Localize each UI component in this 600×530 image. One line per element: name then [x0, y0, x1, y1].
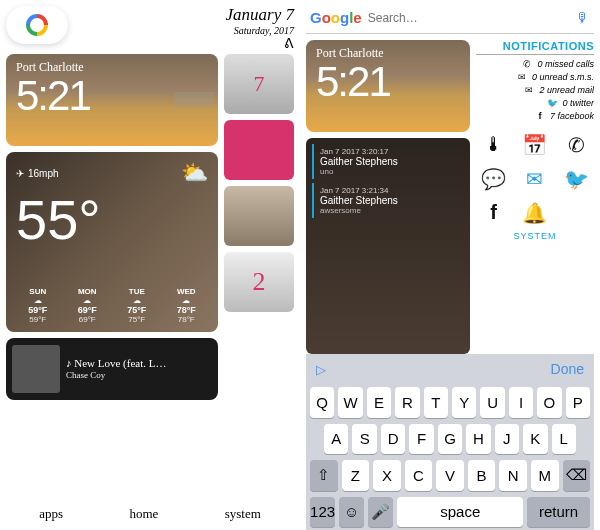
suggestion-next-icon[interactable]: ▷: [316, 362, 326, 377]
key-shift[interactable]: ⇧: [310, 460, 338, 491]
twitter-icon[interactable]: 🐦: [559, 167, 594, 191]
key-v[interactable]: V: [436, 460, 464, 491]
voice-search-icon[interactable]: 🎙: [576, 10, 590, 26]
mail-icon[interactable]: ✉: [517, 167, 552, 191]
key-x[interactable]: X: [373, 460, 401, 491]
key-c[interactable]: C: [405, 460, 433, 491]
google-launcher[interactable]: [6, 6, 68, 44]
system-label[interactable]: SYSTEM: [476, 231, 594, 241]
notif-mail[interactable]: ✉2 unread mail: [523, 85, 594, 95]
key-numbers[interactable]: 123: [310, 497, 335, 528]
home-screen-left: January 7 Saturday, 2017 ᕕ Port Charlott…: [0, 0, 300, 530]
key-emoji[interactable]: ☺: [339, 497, 364, 528]
thermometer-icon[interactable]: 🌡: [476, 133, 511, 157]
bottom-nav: apps home system: [6, 502, 294, 524]
mail-icon: ✉: [523, 85, 535, 95]
key-f[interactable]: F: [409, 424, 433, 455]
key-p[interactable]: P: [566, 387, 590, 418]
date-sub: Saturday, 2017: [226, 25, 294, 36]
message-item[interactable]: Jan 7 2017 3:21:34 Gaither Stephens awse…: [312, 183, 464, 218]
music-note-icon: ♪: [66, 357, 72, 369]
key-n[interactable]: N: [499, 460, 527, 491]
notif-facebook[interactable]: f7 facebook: [534, 111, 594, 121]
skyline-icon: [174, 92, 214, 142]
left-body: Port Charlotte 5:21 ✈ 16mph ⛅ 55° SUN☁59…: [6, 54, 294, 502]
sun-cloud-icon: ⛅: [181, 160, 208, 186]
date-main: January 7: [226, 6, 294, 25]
key-i[interactable]: I: [509, 387, 533, 418]
wind-speed: 16mph: [28, 168, 59, 179]
notif-twitter[interactable]: 🐦0 twitter: [546, 98, 594, 108]
messages-card[interactable]: Jan 7 2017 3:20:17 Gaither Stephens uno …: [306, 138, 470, 354]
google-icon: [26, 14, 48, 36]
chat-icon[interactable]: 💬: [476, 167, 511, 191]
forecast-day: TUE☁75°F75°F: [115, 287, 159, 324]
key-t[interactable]: T: [424, 387, 448, 418]
music-artist: Chase Coy: [66, 370, 167, 382]
key-backspace[interactable]: ⌫: [563, 460, 591, 491]
key-h[interactable]: H: [466, 424, 490, 455]
key-b[interactable]: B: [468, 460, 496, 491]
key-a[interactable]: A: [324, 424, 348, 455]
key-l[interactable]: L: [552, 424, 576, 455]
key-m[interactable]: M: [531, 460, 559, 491]
key-space[interactable]: space: [397, 497, 523, 528]
key-d[interactable]: D: [381, 424, 405, 455]
clock-city-card[interactable]: Port Charlotte 5:21: [6, 54, 218, 146]
key-mic[interactable]: 🎤: [368, 497, 393, 528]
search-bar[interactable]: Google 🎙: [306, 6, 594, 34]
shortcut-tile[interactable]: 2: [224, 252, 294, 312]
shortcut-tile[interactable]: [224, 186, 294, 246]
shortcut-tile[interactable]: 7: [224, 54, 294, 114]
keyboard-row: ASDFGHJKL: [306, 421, 594, 458]
weather-card[interactable]: ✈ 16mph ⛅ 55° SUN☁59°F59°F MON☁69°F69°F …: [6, 152, 218, 332]
keyboard-done-button[interactable]: Done: [551, 361, 584, 377]
key-w[interactable]: W: [338, 387, 362, 418]
nav-system[interactable]: system: [225, 506, 261, 522]
left-main-col: Port Charlotte 5:21 ✈ 16mph ⛅ 55° SUN☁59…: [6, 54, 218, 502]
shortcut-column: 7 2: [224, 54, 294, 502]
forecast-day: MON☁69°F69°F: [66, 287, 110, 324]
header: January 7 Saturday, 2017 ᕕ: [6, 6, 294, 50]
phone-icon: ✆: [521, 59, 533, 69]
big-time: 5:21: [316, 61, 460, 103]
key-q[interactable]: Q: [310, 387, 334, 418]
key-r[interactable]: R: [395, 387, 419, 418]
calendar-icon[interactable]: 📅: [517, 133, 552, 157]
key-o[interactable]: O: [537, 387, 561, 418]
notification-panel: NOTIFICATIONS ✆0 missed calls ✉0 unread …: [476, 40, 594, 354]
search-input[interactable]: [368, 11, 570, 25]
nav-home[interactable]: home: [129, 506, 158, 522]
clock-city-card[interactable]: Port Charlotte 5:21: [306, 40, 470, 132]
key-s[interactable]: S: [352, 424, 376, 455]
current-temp: 55°: [16, 192, 208, 248]
forecast-row: SUN☁59°F59°F MON☁69°F69°F TUE☁75°F75°F W…: [16, 287, 208, 324]
phone-icon[interactable]: ✆: [559, 133, 594, 157]
date-widget[interactable]: January 7 Saturday, 2017 ᕕ: [226, 6, 294, 51]
key-k[interactable]: K: [523, 424, 547, 455]
key-z[interactable]: Z: [342, 460, 370, 491]
notif-missed-calls[interactable]: ✆0 missed calls: [521, 59, 594, 69]
notif-sms[interactable]: ✉0 unread s.m.s.: [516, 72, 594, 82]
home-screen-right: Google 🎙 Port Charlotte 5:21 Jan 7 2017 …: [300, 0, 600, 530]
music-card[interactable]: ♪ New Love (feat. L… Chase Coy: [6, 338, 218, 400]
keyboard-suggestion-bar: ▷ Done: [306, 354, 594, 384]
key-j[interactable]: J: [495, 424, 519, 455]
plane-icon: ✈: [16, 168, 24, 179]
facebook-icon: f: [534, 111, 546, 121]
key-g[interactable]: G: [438, 424, 462, 455]
album-art: [12, 345, 60, 393]
chat-icon: ✉: [516, 72, 528, 82]
key-y[interactable]: Y: [452, 387, 476, 418]
key-u[interactable]: U: [480, 387, 504, 418]
key-e[interactable]: E: [367, 387, 391, 418]
app-icon-grid: 🌡 📅 ✆ 💬 ✉ 🐦 f 🔔: [476, 133, 594, 225]
facebook-icon[interactable]: f: [476, 201, 511, 225]
bell-icon[interactable]: 🔔: [517, 201, 552, 225]
message-item[interactable]: Jan 7 2017 3:20:17 Gaither Stephens uno: [312, 144, 464, 179]
shortcut-tile[interactable]: [224, 120, 294, 180]
nav-apps[interactable]: apps: [39, 506, 63, 522]
twitter-icon: 🐦: [546, 98, 558, 108]
key-return[interactable]: return: [527, 497, 590, 528]
running-icon: ᕕ: [226, 36, 294, 51]
